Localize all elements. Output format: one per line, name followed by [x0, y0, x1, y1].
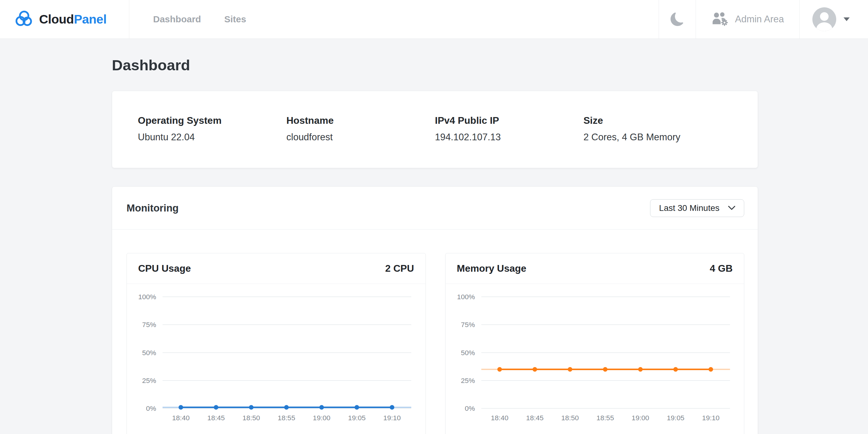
- top-navbar: CloudPanel Dashboard Sites: [0, 0, 868, 39]
- brand-name-primary: Cloud: [39, 12, 74, 26]
- info-label: IPv4 Public IP: [435, 115, 584, 126]
- nav-item-sites[interactable]: Sites: [224, 14, 246, 25]
- brand-name: CloudPanel: [39, 12, 107, 27]
- svg-text:100%: 100%: [138, 293, 156, 301]
- brand-name-secondary: Panel: [74, 12, 107, 26]
- svg-text:18:55: 18:55: [278, 414, 295, 422]
- svg-text:25%: 25%: [461, 376, 475, 384]
- info-value: Ubuntu 22.04: [138, 132, 286, 143]
- svg-text:0%: 0%: [146, 404, 156, 412]
- admin-area-label: Admin Area: [735, 14, 784, 25]
- navbar-right: Admin Area: [659, 0, 868, 38]
- svg-text:19:05: 19:05: [666, 414, 684, 422]
- monitoring-header: Monitoring Last 30 Minutes: [112, 187, 758, 229]
- memory-usage-svg: 0%25%50%75%100%18:4018:4518:5018:5519:00…: [445, 284, 744, 434]
- dark-mode-toggle[interactable]: [659, 0, 695, 38]
- info-value: cloudforest: [286, 132, 435, 143]
- cpu-chart-title: CPU Usage: [138, 263, 191, 274]
- info-field-operating-system: Operating System Ubuntu 22.04: [138, 115, 286, 143]
- time-range-select[interactable]: Last 30 Minutes: [650, 199, 744, 217]
- memory-usage-chart-card: Memory Usage 4 GB 0%25%50%75%100%18:4018…: [445, 253, 745, 434]
- main-content: Dashboard Operating System Ubuntu 22.04 …: [0, 39, 868, 434]
- time-range-value: Last 30 Minutes: [659, 203, 719, 213]
- moon-icon: [671, 12, 684, 26]
- avatar: [812, 7, 836, 31]
- user-menu-button[interactable]: [800, 0, 868, 38]
- main-nav: Dashboard Sites: [153, 0, 246, 38]
- svg-text:25%: 25%: [142, 376, 156, 384]
- cpu-usage-chart-card: CPU Usage 2 CPU 0%25%50%75%100%18:4018:4…: [127, 253, 426, 434]
- info-label: Size: [584, 115, 732, 126]
- admin-area-button[interactable]: Admin Area: [696, 0, 799, 38]
- brand-logo[interactable]: CloudPanel: [0, 0, 129, 38]
- server-info-card: Operating System Ubuntu 22.04 Hostname c…: [112, 91, 758, 168]
- page-title: Dashboard: [112, 57, 758, 74]
- svg-text:18:50: 18:50: [561, 414, 579, 422]
- svg-text:100%: 100%: [457, 293, 475, 301]
- svg-text:18:55: 18:55: [596, 414, 614, 422]
- monitoring-card: Monitoring Last 30 Minutes CPU Usage 2 C…: [112, 186, 758, 434]
- svg-text:19:10: 19:10: [383, 414, 401, 422]
- memory-capacity-label: 4 GB: [710, 263, 733, 274]
- cloudpanel-app: CloudPanel Dashboard Sites: [0, 0, 868, 434]
- info-field-size: Size 2 Cores, 4 GB Memory: [584, 115, 732, 143]
- cloud-logo-icon: [14, 9, 34, 29]
- caret-down-icon: [843, 18, 850, 21]
- svg-text:0%: 0%: [465, 404, 475, 412]
- svg-text:19:00: 19:00: [313, 414, 331, 422]
- svg-text:18:45: 18:45: [207, 414, 225, 422]
- cpu-chart-header: CPU Usage 2 CPU: [127, 253, 426, 284]
- nav-item-dashboard[interactable]: Dashboard: [153, 14, 201, 25]
- memory-chart-plot: 0%25%50%75%100%18:4018:4518:5018:5519:00…: [445, 284, 744, 434]
- svg-text:19:00: 19:00: [631, 414, 649, 422]
- svg-text:50%: 50%: [461, 349, 475, 357]
- info-value: 194.102.107.13: [435, 132, 584, 143]
- cpu-capacity-label: 2 CPU: [385, 263, 414, 274]
- svg-text:50%: 50%: [142, 349, 156, 357]
- svg-text:75%: 75%: [142, 320, 156, 329]
- server-info-grid: Operating System Ubuntu 22.04 Hostname c…: [112, 91, 758, 168]
- users-gear-icon: [711, 12, 729, 27]
- monitoring-body: CPU Usage 2 CPU 0%25%50%75%100%18:4018:4…: [112, 229, 758, 434]
- info-field-ipv4-public-ip: IPv4 Public IP 194.102.107.13: [435, 115, 584, 143]
- chevron-down-icon: [728, 206, 735, 210]
- svg-text:18:45: 18:45: [526, 414, 544, 422]
- info-label: Operating System: [138, 115, 286, 126]
- memory-chart-header: Memory Usage 4 GB: [445, 253, 744, 284]
- svg-text:18:50: 18:50: [242, 414, 260, 422]
- memory-chart-title: Memory Usage: [457, 263, 527, 274]
- info-field-hostname: Hostname cloudforest: [286, 115, 435, 143]
- info-label: Hostname: [286, 115, 435, 126]
- svg-text:18:40: 18:40: [172, 414, 189, 422]
- svg-text:19:05: 19:05: [348, 414, 366, 422]
- cpu-usage-svg: 0%25%50%75%100%18:4018:4518:5018:5519:00…: [127, 284, 426, 434]
- svg-text:75%: 75%: [461, 320, 475, 329]
- info-value: 2 Cores, 4 GB Memory: [584, 132, 732, 143]
- svg-text:18:40: 18:40: [491, 414, 508, 422]
- cpu-chart-plot: 0%25%50%75%100%18:4018:4518:5018:5519:00…: [127, 284, 426, 434]
- svg-text:19:10: 19:10: [702, 414, 719, 422]
- monitoring-title: Monitoring: [127, 202, 179, 214]
